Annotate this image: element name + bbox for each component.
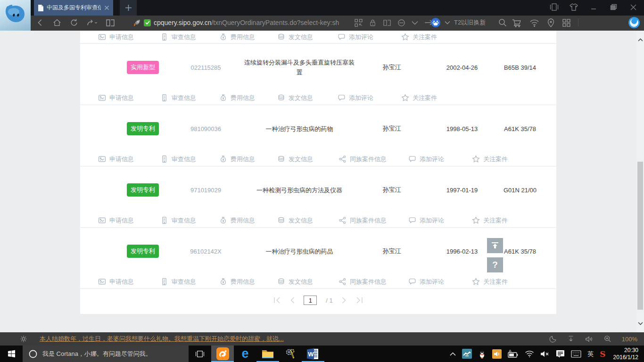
search-button[interactable] xyxy=(498,18,507,27)
audio-app-icon[interactable] xyxy=(492,349,502,359)
action-exam[interactable]: 审查信息 xyxy=(160,94,219,102)
browser-menu-button[interactable] xyxy=(628,16,640,29)
sidebar-toggle-button[interactable] xyxy=(548,1,560,13)
new-tab-button[interactable] xyxy=(120,0,137,16)
wifi-transfer-button[interactable] xyxy=(529,19,539,27)
page-input[interactable]: 1 xyxy=(304,296,317,305)
action-apply[interactable]: 申请信息 xyxy=(98,94,160,102)
refresh-button[interactable] xyxy=(70,18,78,27)
zoom-button[interactable] xyxy=(604,335,611,343)
engine-chevron-icon[interactable] xyxy=(445,21,450,25)
taskbar-app-system-tool[interactable] xyxy=(279,346,302,362)
action-follow[interactable]: 关注案件 xyxy=(472,278,508,286)
maximize-restore-button[interactable] xyxy=(607,1,619,13)
addons-chevron-button[interactable] xyxy=(412,21,418,25)
action-family[interactable]: 同族案件信息 xyxy=(339,155,408,164)
patent-number[interactable]: 96102142X xyxy=(169,248,243,255)
action-comment[interactable]: 添加评论 xyxy=(408,155,472,164)
patent-number[interactable]: 022115285 xyxy=(169,64,243,71)
location-privacy-button[interactable] xyxy=(547,18,555,27)
action-fee[interactable]: 费用信息 xyxy=(219,278,277,286)
action-fee[interactable]: 费用信息 xyxy=(219,33,277,41)
next-page-button[interactable] xyxy=(342,297,347,304)
cortana-search-box[interactable]: 我是 Cortana，小娜。有问题尽管问我。 xyxy=(23,346,189,362)
skin-theme-button[interactable] xyxy=(568,1,580,13)
download-manager-button[interactable] xyxy=(567,335,575,343)
qq-icon[interactable] xyxy=(478,349,486,359)
prev-page-button[interactable] xyxy=(290,297,295,304)
action-follow[interactable]: 关注案件 xyxy=(472,216,508,225)
action-issue[interactable]: 发文信息 xyxy=(277,94,338,102)
action-center-button[interactable] xyxy=(556,350,565,358)
close-button[interactable] xyxy=(627,1,639,13)
apps-grid-button[interactable] xyxy=(562,19,570,27)
action-exam[interactable]: 审查信息 xyxy=(160,216,219,225)
browser-logo[interactable] xyxy=(0,0,31,31)
start-button[interactable] xyxy=(0,346,23,362)
volume-muted-icon[interactable] xyxy=(540,350,550,358)
no-image-mode-button[interactable] xyxy=(397,19,405,27)
reader-mode-button[interactable] xyxy=(106,19,115,27)
action-apply[interactable]: 申请信息 xyxy=(98,33,160,41)
taskbar-clock[interactable]: 20:30 2016/1/12 xyxy=(613,347,638,361)
tab-close-icon[interactable] xyxy=(104,5,109,10)
back-to-top-button[interactable] xyxy=(487,238,503,253)
shopping-cart-button[interactable] xyxy=(512,18,522,27)
taskbar-app-file-explorer[interactable] xyxy=(256,346,279,362)
task-view-button[interactable] xyxy=(189,346,211,362)
minimize-button[interactable] xyxy=(587,1,600,13)
action-apply[interactable]: 申请信息 xyxy=(98,278,160,286)
ime-indicator[interactable]: 英 xyxy=(587,350,594,358)
tray-wifi-icon[interactable] xyxy=(525,350,534,358)
action-exam[interactable]: 审查信息 xyxy=(160,155,219,164)
action-apply[interactable]: 申请信息 xyxy=(98,216,160,225)
action-issue[interactable]: 发文信息 xyxy=(277,216,339,225)
action-family[interactable]: 同族案件信息 xyxy=(339,216,408,225)
action-fee[interactable]: 费用信息 xyxy=(219,94,277,102)
action-comment[interactable]: 添加评论 xyxy=(408,278,472,286)
redo-gesture-button[interactable] xyxy=(86,18,98,27)
action-comment[interactable]: 添加评论 xyxy=(408,216,472,225)
action-comment[interactable]: 添加评论 xyxy=(338,33,401,41)
last-page-button[interactable] xyxy=(355,297,363,304)
scroll-up-button[interactable] xyxy=(637,36,644,43)
rocket-speed-icon[interactable] xyxy=(133,19,141,27)
action-exam[interactable]: 审查信息 xyxy=(160,278,219,286)
meeting-app-icon[interactable] xyxy=(462,349,472,359)
page-sound-button[interactable] xyxy=(585,336,594,343)
action-apply[interactable]: 申请信息 xyxy=(98,155,160,164)
action-follow[interactable]: 关注案件 xyxy=(401,33,437,41)
home-button[interactable] xyxy=(52,18,62,27)
action-fee[interactable]: 费用信息 xyxy=(219,216,277,225)
taskbar-app-edge[interactable]: e xyxy=(234,346,256,362)
action-issue[interactable]: 发文信息 xyxy=(277,278,339,286)
back-button[interactable] xyxy=(36,18,44,27)
patent-number[interactable]: 981090036 xyxy=(169,125,243,132)
action-follow[interactable]: 关注案件 xyxy=(401,94,437,102)
address-bar[interactable]: cpquery.sipo.gov.cn/txnQueryOrdinaryPate… xyxy=(133,16,339,30)
scroll-thumb[interactable] xyxy=(637,162,643,310)
settings-gear-icon[interactable] xyxy=(20,335,27,343)
action-issue[interactable]: 发文信息 xyxy=(277,155,339,164)
action-exam[interactable]: 审查信息 xyxy=(160,33,219,41)
action-fee[interactable]: 费用信息 xyxy=(219,155,277,164)
tray-expand-button[interactable] xyxy=(450,352,456,356)
password-lock-button[interactable] xyxy=(369,19,377,27)
search-input[interactable]: T2以旧换新 xyxy=(454,18,495,27)
action-family[interactable]: 同族案件信息 xyxy=(339,278,408,286)
action-follow[interactable]: 关注案件 xyxy=(472,155,508,164)
scroll-down-button[interactable] xyxy=(637,320,644,327)
battery-icon[interactable] xyxy=(508,350,519,358)
patent-number[interactable]: 971019029 xyxy=(169,187,243,194)
baidu-engine-icon[interactable] xyxy=(430,17,441,28)
safety-check-icon[interactable] xyxy=(144,19,151,26)
help-button[interactable]: ? xyxy=(487,257,503,272)
zoom-level[interactable]: 100% xyxy=(622,336,637,343)
touch-keyboard-button[interactable] xyxy=(571,350,581,358)
search-box[interactable]: T2以旧换新 xyxy=(430,16,507,30)
qrcode-button[interactable] xyxy=(355,19,363,27)
url-text[interactable]: cpquery.sipo.gov.cn/txnQueryOrdinaryPate… xyxy=(154,19,339,26)
taskbar-app-word[interactable]: W xyxy=(302,346,324,362)
scrollbar[interactable] xyxy=(636,31,644,332)
action-issue[interactable]: 发文信息 xyxy=(277,33,338,41)
